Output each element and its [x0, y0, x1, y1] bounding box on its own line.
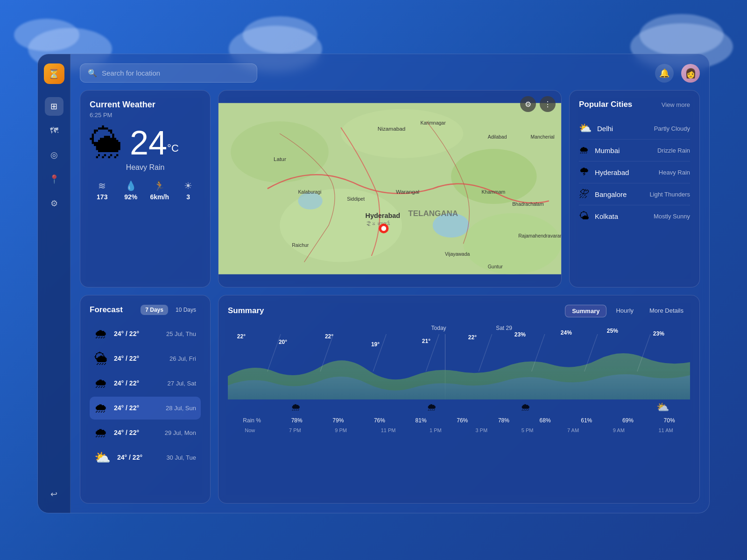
location-icon: ◎	[50, 150, 58, 160]
time-1: 7 PM	[289, 427, 301, 433]
summary-tab-details[interactable]: More Details	[643, 305, 690, 317]
rain-6: 68%	[540, 417, 551, 424]
cities-header: Popular Cities View more	[579, 100, 690, 109]
current-weather-card: Current Weather 6:25 PM 🌦 24°C Heavy Rai…	[80, 90, 211, 287]
map-settings-button[interactable]: ⚙	[520, 96, 536, 112]
sidebar-logo: ⏳	[44, 63, 64, 84]
city-icon-2: 🌩	[579, 166, 589, 178]
popular-cities-card: Popular Cities View more ⛅ Delhi Partly …	[569, 90, 700, 287]
svg-point-5	[463, 213, 561, 274]
sidebar-item-location[interactable]: ◎	[45, 146, 63, 164]
view-more-button[interactable]: View more	[662, 101, 690, 108]
sidebar-item-pins[interactable]: 📍	[45, 170, 63, 189]
forecast-row-1[interactable]: 🌦 24° / 22° 26 Jul, Fri	[90, 347, 201, 370]
cloud-icon-1: 🌧	[291, 401, 301, 413]
svg-text:Karimnagar: Karimnagar	[421, 120, 446, 126]
temp-4: 21°	[422, 338, 430, 344]
rain-9: 70%	[664, 417, 675, 424]
forecast-icon-3: 🌧	[94, 400, 107, 416]
temp-6: 23%	[514, 331, 526, 338]
forecast-header: Forecast 7 Days 10 Days	[90, 305, 201, 315]
cities-list: ⛅ Delhi Partly Cloudy 🌧 Mumbai Drizzle R…	[579, 118, 690, 227]
rain-4: 76%	[457, 417, 468, 424]
map-controls: ⚙ ⋮	[520, 96, 556, 112]
bell-icon: 🔔	[659, 68, 669, 78]
svg-text:హైదరాబాద్: హైదరాబాద్	[366, 221, 392, 226]
summary-card: Summary Summary Hourly More Details Toda…	[218, 295, 700, 504]
city-row-bangalore[interactable]: ⛈ Bangalore Light Thunders	[579, 183, 690, 205]
forecast-date-4: 29 Jul, Mon	[165, 429, 196, 436]
city-row-hyderabad[interactable]: 🌩 Hyderabad Heavy Rain	[579, 161, 690, 183]
summary-tab-hourly[interactable]: Hourly	[609, 305, 640, 317]
city-name-3: Bangalore	[595, 190, 650, 198]
forecast-temps-2: 24° / 22°	[114, 379, 163, 387]
avatar-image: 👩	[685, 68, 697, 79]
sidebar-item-map[interactable]: 🗺	[45, 121, 63, 140]
forecast-tab-10days[interactable]: 10 Days	[171, 305, 201, 315]
forecast-temps-3: 24° / 22°	[114, 404, 161, 412]
temp-7: 24%	[561, 329, 572, 336]
city-name-0: Delhi	[597, 125, 654, 133]
forecast-row-5[interactable]: ⛅ 24° / 22° 30 Jul, Tue	[90, 446, 201, 469]
svg-text:Warangal: Warangal	[396, 189, 419, 195]
forecast-list: 🌧 24° / 22° 25 Jul, Thu 🌦 24° / 22° 26 J…	[90, 322, 201, 469]
city-name-4: Kolkata	[595, 212, 654, 220]
rain-0: 78%	[291, 417, 303, 424]
city-row-kolkata[interactable]: 🌤 Kolkata Mostly Sunny	[579, 205, 690, 227]
rain-7: 61%	[581, 417, 592, 424]
forecast-icon-4: 🌧	[94, 425, 107, 441]
svg-text:Nizamabad: Nizamabad	[378, 126, 406, 132]
map-more-button[interactable]: ⋮	[540, 96, 556, 112]
city-condition-2: Heavy Rain	[659, 169, 690, 176]
weather-title: Current Weather	[90, 100, 201, 110]
chart-container: Today Sat 29	[228, 325, 690, 399]
city-icon-4: 🌤	[579, 210, 589, 222]
forecast-row-0[interactable]: 🌧 24° / 22° 25 Jul, Thu	[90, 322, 201, 345]
stat-uv: ☀ 3	[176, 180, 201, 201]
rain-row: Rain % 78% 79% 76% 81% 76% 78% 68% 61% 6…	[228, 415, 690, 426]
city-condition-4: Mostly Sunny	[654, 213, 690, 220]
cloud-icon-9: ⛅	[656, 401, 669, 413]
forecast-temps-1: 24° / 22°	[114, 355, 165, 362]
svg-point-3	[451, 149, 537, 204]
forecast-row-2[interactable]: 🌧 24° / 22° 27 Jul, Sat	[90, 372, 201, 395]
forecast-row-4[interactable]: 🌧 24° / 22° 29 Jul, Mon	[90, 421, 201, 444]
forecast-tab-7days[interactable]: 7 Days	[141, 305, 168, 315]
svg-text:Raichur: Raichur	[292, 243, 309, 248]
time-9: 11 AM	[658, 427, 673, 433]
map-card[interactable]: ⚙ ⋮	[218, 90, 562, 287]
city-icon-1: 🌧	[579, 144, 589, 156]
forecast-date-0: 25 Jul, Thu	[166, 330, 196, 337]
city-icon-0: ⛅	[579, 122, 592, 134]
search-bar[interactable]: 🔍	[80, 63, 257, 83]
sidebar-item-settings[interactable]: ⚙	[45, 194, 63, 213]
notification-button[interactable]: 🔔	[655, 64, 674, 83]
forecast-date-1: 26 Jul, Fri	[169, 355, 196, 362]
search-input[interactable]	[102, 69, 249, 77]
avatar[interactable]: 👩	[681, 64, 700, 83]
city-condition-0: Partly Cloudy	[654, 125, 690, 132]
forecast-row-3[interactable]: 🌧 24° / 22° 28 Jul, Sun	[90, 397, 201, 420]
svg-text:Rajamahendravaram: Rajamahendravaram	[518, 233, 561, 238]
main-content: 🔍 🔔 👩 Current Weather 6:25 PM 🌦 24°C	[70, 54, 709, 513]
time-6: 5 PM	[521, 427, 534, 433]
summary-tab-summary[interactable]: Summary	[565, 305, 606, 317]
time-8: 9 AM	[613, 427, 625, 433]
bg-cloud-2	[14, 19, 79, 51]
city-row-mumbai[interactable]: 🌧 Mumbai Drizzle Rain	[579, 140, 690, 161]
temp-2: 22°	[325, 333, 333, 340]
svg-text:Kalaburagi: Kalaburagi	[298, 189, 321, 195]
sidebar-item-dashboard[interactable]: ⊞	[45, 97, 63, 116]
sidebar: ⏳ ⊞ 🗺 ◎ 📍 ⚙ ↩	[38, 54, 70, 513]
svg-point-7	[298, 192, 322, 210]
svg-text:Guntur: Guntur	[488, 264, 503, 269]
city-name-2: Hyderabad	[595, 168, 659, 176]
city-row-delhi[interactable]: ⛅ Delhi Partly Cloudy	[579, 118, 690, 140]
logout-button[interactable]: ↩	[45, 485, 63, 504]
forecast-icon-5: ⛅	[94, 450, 111, 465]
stat-wind: 🏃 6km/h	[147, 180, 172, 201]
cloud-icons-row: 🌧 🌧 🌧 ⛅	[228, 399, 690, 415]
header: 🔍 🔔 👩	[80, 63, 700, 83]
time-3: 11 PM	[381, 427, 396, 433]
svg-text:Khammam: Khammam	[482, 189, 506, 195]
